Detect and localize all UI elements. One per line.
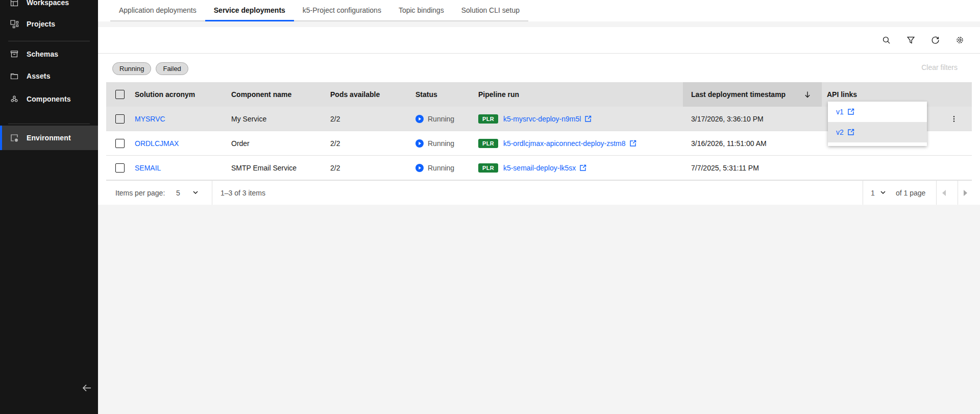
sidebar-collapse-button[interactable]	[76, 377, 98, 399]
tab-bar: Application deploymentsService deploymen…	[98, 0, 980, 21]
assets-icon	[9, 71, 19, 81]
pagination-divider	[936, 181, 937, 205]
sidebar-item-projects[interactable]: Projects	[0, 12, 98, 36]
pods-available-cell: 2/2	[330, 131, 340, 156]
caret-left-icon	[942, 190, 946, 196]
pagination-divider	[863, 181, 863, 205]
row-checkbox[interactable]	[115, 163, 125, 173]
sidebar-item-schemas[interactable]: Schemas	[0, 42, 98, 66]
item-range-text: 1–3 of 3 items	[220, 181, 265, 205]
row-checkbox[interactable]	[115, 139, 125, 148]
tab-k5-project-configurations[interactable]: k5-Project configurations	[294, 0, 390, 21]
solution-acronym-link[interactable]: ORDLCJMAX	[135, 139, 179, 148]
sidebar-item-components[interactable]: Components	[0, 87, 98, 111]
workspaces-icon	[9, 0, 19, 8]
sidebar-item-label: Components	[27, 95, 71, 103]
column-header-status[interactable]: Status	[415, 82, 437, 107]
version-option-v2[interactable]: v2	[828, 122, 927, 142]
pipeline-tag: PLR	[478, 139, 498, 148]
last-deployment-cell: 3/17/2026, 3:36:10 PM	[691, 107, 764, 131]
refresh-button[interactable]	[923, 28, 947, 53]
sidebar-item-label: Schemas	[27, 50, 58, 58]
running-status-icon	[415, 139, 424, 148]
component-name-cell: Order	[231, 131, 250, 156]
status-cell: Running	[415, 107, 454, 131]
sidebar-divider	[8, 41, 90, 41]
row-checkbox[interactable]	[115, 114, 125, 124]
last-deployment-cell: 7/7/2025, 5:31:11 PM	[691, 156, 759, 180]
pagination-divider	[212, 181, 212, 205]
items-per-page-label: Items per page:	[115, 181, 165, 205]
version-option-v3[interactable]: v3	[828, 142, 927, 146]
page-number-select[interactable]: 1	[871, 181, 886, 205]
filter-tag-failed[interactable]: Failed	[156, 62, 188, 75]
version-option-label: v1	[836, 108, 844, 116]
filter-icon	[906, 36, 915, 44]
select-all-checkbox[interactable]	[115, 90, 125, 99]
pipeline-run-cell: PLRk5-semail-deploy-lk5sx	[478, 156, 586, 180]
sidebar-item-label: Assets	[27, 72, 51, 80]
main-content: Application deploymentsService deploymen…	[98, 0, 980, 414]
settings-icon	[955, 36, 964, 44]
pods-available-cell: 2/2	[330, 107, 340, 131]
filter-tags: RunningFailed	[112, 62, 188, 75]
components-icon	[9, 94, 19, 104]
sidebar-divider	[8, 124, 90, 124]
pipeline-run-cell: PLRk5-mysrvc-deploy-n9m5l	[478, 107, 592, 131]
running-status-icon	[415, 164, 424, 172]
caret-right-icon	[964, 190, 967, 196]
launch-icon	[579, 164, 586, 172]
column-header-component-name[interactable]: Component name	[231, 82, 291, 107]
column-header-solution-acronym[interactable]: Solution acronym	[135, 82, 195, 107]
sort-descending-icon[interactable]	[803, 90, 812, 100]
table-row: SEMAILSMTP Email Service2/2RunningPLRk5-…	[106, 156, 972, 180]
table-toolbar	[98, 27, 980, 54]
pipeline-tag: PLR	[478, 114, 498, 124]
pipeline-run-link[interactable]: k5-mysrvc-deploy-n9m5l	[503, 115, 581, 123]
tab-service-deployments[interactable]: Service deployments	[205, 0, 294, 21]
solution-acronym-link[interactable]: SEMAIL	[135, 164, 161, 172]
environment-icon	[9, 133, 19, 143]
kebab-menu-icon	[950, 115, 958, 123]
row-overflow-menu-button[interactable]	[946, 111, 962, 127]
tab-application-deployments[interactable]: Application deployments	[110, 0, 205, 21]
status-cell: Running	[415, 156, 454, 180]
column-header-last-deployment[interactable]: Last deployment timestamp	[691, 82, 786, 107]
next-page-button[interactable]	[964, 181, 967, 205]
chevron-down-icon	[192, 189, 199, 197]
running-status-icon	[415, 115, 424, 123]
search-button[interactable]	[874, 28, 898, 53]
filter-button[interactable]	[898, 28, 923, 53]
tab-list: Application deploymentsService deploymen…	[110, 0, 528, 21]
filter-tag-running[interactable]: Running	[112, 62, 151, 75]
status-cell: Running	[415, 131, 454, 156]
version-option-label: v2	[836, 128, 844, 136]
tab-topic-bindings[interactable]: Topic bindings	[390, 0, 453, 21]
pipeline-run-link[interactable]: k5-semail-deploy-lk5sx	[503, 164, 576, 172]
search-icon	[882, 36, 891, 44]
launch-icon	[847, 129, 854, 136]
pipeline-run-cell: PLRk5-ordlcjmax-apiconnect-deploy-zstm8	[478, 131, 636, 156]
column-header-pods-available[interactable]: Pods available	[330, 82, 380, 107]
sidebar-item-assets[interactable]: Assets	[0, 64, 98, 88]
solution-acronym-link[interactable]: MYSRVC	[135, 115, 165, 123]
clear-filters-button[interactable]: Clear filters	[921, 63, 958, 71]
sidebar-item-label: Projects	[27, 20, 55, 28]
component-name-cell: My Service	[231, 107, 266, 131]
component-name-cell: SMTP Email Service	[231, 156, 297, 180]
pipeline-run-link[interactable]: k5-ordlcjmax-apiconnect-deploy-zstm8	[503, 139, 626, 148]
settings-button[interactable]	[947, 28, 972, 53]
arrow-left-icon	[81, 382, 92, 394]
launch-icon	[584, 115, 592, 123]
refresh-icon	[931, 36, 940, 44]
column-header-pipeline-run[interactable]: Pipeline run	[478, 82, 519, 107]
sidebar-item-environment[interactable]: Environment	[0, 126, 98, 150]
version-option-v1[interactable]: v1	[828, 102, 927, 122]
tab-solution-cli-setup[interactable]: Solution CLI setup	[453, 0, 528, 21]
items-per-page-select[interactable]: 5	[176, 181, 199, 205]
launch-icon	[847, 108, 854, 115]
previous-page-button[interactable]	[942, 181, 946, 205]
pipeline-tag: PLR	[478, 163, 498, 173]
version-dropdown-menu: v1v2v3	[828, 102, 927, 146]
pods-available-cell: 2/2	[330, 156, 340, 180]
